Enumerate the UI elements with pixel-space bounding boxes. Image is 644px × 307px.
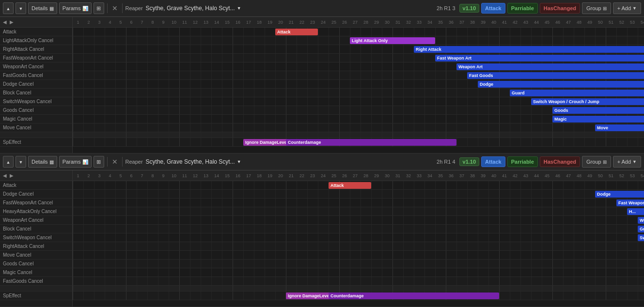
grid-line (329, 242, 329, 250)
block-rightattack-row2[interactable]: Right Attack (414, 46, 644, 53)
grid-line (520, 199, 521, 207)
grid-line (254, 89, 254, 97)
grid-line (531, 233, 532, 242)
timeline-scroll[interactable]: 1234567891011121314151617181920212223242… (73, 170, 644, 307)
collapse-up-btn[interactable] (3, 156, 14, 168)
grid-line (275, 106, 276, 114)
params-btn[interactable]: Params 📊 (59, 156, 92, 168)
details-btn[interactable]: Details ▦ (28, 156, 57, 168)
grid-line (520, 292, 521, 300)
grid-line (126, 207, 126, 215)
grid-line (435, 242, 436, 250)
grid-line (222, 181, 222, 189)
grid-line (158, 292, 158, 300)
block-dodge-row6[interactable]: Dodge (478, 81, 644, 88)
grid-line (499, 115, 500, 123)
layout-btn[interactable]: ⊞ (94, 156, 104, 168)
grid-line (201, 286, 201, 291)
block-magic-row10[interactable]: Magic (552, 116, 644, 123)
attack-tag[interactable]: Attack (481, 156, 505, 167)
frame-num-2: 2 (83, 173, 94, 178)
frame-num-47: 47 (563, 173, 574, 178)
animation-name[interactable]: Scythe, Grave Scythe, Halo Scyt... ▼ (146, 5, 435, 12)
block-counter-row13[interactable]: Counterdamage (329, 292, 499, 299)
close-btn[interactable]: ✕ (110, 158, 119, 166)
grid-line (126, 62, 126, 71)
grid-line (297, 216, 297, 224)
grid-line (499, 132, 500, 138)
grid-line (424, 260, 425, 268)
grid-line (265, 54, 265, 62)
block-dodge-row1[interactable]: Dodge (595, 191, 644, 198)
collapse-up-btn[interactable] (3, 2, 14, 14)
layout-btn[interactable]: ⊞ (94, 2, 104, 14)
grid-line (73, 28, 73, 36)
grid-line (350, 233, 350, 242)
next-frame-btn[interactable]: ▶ (9, 19, 15, 25)
grid-line (616, 251, 617, 259)
grid-line (83, 292, 84, 300)
block-counter-row13[interactable]: Counterdamage (286, 139, 456, 146)
grid-line (265, 233, 265, 242)
grid-line (382, 28, 382, 36)
block-guard-row7[interactable]: Guard (510, 90, 644, 96)
params-btn[interactable]: Params 📊 (59, 2, 92, 14)
parriable-tag[interactable]: Parriable (507, 3, 538, 14)
attack-tag[interactable]: Attack (481, 3, 505, 14)
haschanged-tag[interactable]: HasChanged (540, 156, 580, 167)
grid-line (361, 106, 361, 114)
add-btn[interactable]: + Add ▼ (613, 156, 641, 168)
grid-line (137, 292, 137, 300)
details-btn[interactable]: Details ▦ (28, 2, 57, 14)
block-weaponart-row4[interactable]: Weapon Art (456, 63, 644, 70)
track-row-0: Attack (73, 181, 644, 190)
grid-line (361, 115, 361, 123)
prev-frame-btn[interactable]: ◀ (2, 173, 8, 178)
block-switch-row8[interactable]: Switch Weapon / Crouch / Jump (531, 98, 644, 105)
block-move-row11[interactable]: Move (595, 124, 644, 131)
grid-line (94, 286, 94, 291)
row-label-13: SpEffect (0, 138, 72, 147)
grid-line (627, 292, 628, 300)
timeline-scroll[interactable]: 1234567891011121314151617181920212223242… (73, 17, 644, 153)
next-frame-btn[interactable]: ▶ (9, 173, 15, 178)
grid-line (126, 54, 126, 62)
block-fastweapon-row3[interactable]: Fast Weapon Art (435, 55, 644, 61)
block-fastgoods-row5[interactable]: Fast Goods (467, 72, 644, 79)
grid-line (297, 277, 297, 285)
grid-line (297, 123, 297, 132)
block-switch-row6[interactable]: Switch Weapon / Cro (638, 234, 644, 241)
grid-line (254, 45, 254, 53)
block-attack-row0[interactable]: Attack (329, 182, 371, 189)
block-weaponart-row4[interactable]: Weapon Art (638, 217, 644, 224)
close-btn[interactable]: ✕ (110, 4, 119, 12)
frame-num-38: 38 (467, 173, 478, 178)
haschanged-tag[interactable]: HasChanged (540, 3, 580, 14)
track-row-12 (73, 286, 644, 292)
grid-line (531, 199, 532, 207)
block-guard-row5[interactable]: Guard (638, 226, 644, 232)
collapse-down-btn[interactable] (16, 2, 26, 14)
grid-line (169, 132, 169, 138)
group-btn[interactable]: Group ⊞ (582, 2, 611, 14)
group-btn[interactable]: Group ⊞ (582, 156, 611, 168)
block-goods-row9[interactable]: Goods (552, 107, 644, 114)
block-attack-row0[interactable]: Attack (275, 29, 318, 35)
prev-frame-btn[interactable]: ◀ (2, 19, 8, 25)
grid-line (329, 54, 329, 62)
add-btn[interactable]: + Add ▼ (613, 2, 641, 14)
collapse-down-btn[interactable] (16, 156, 26, 168)
grid-line (265, 242, 265, 250)
grid-line (563, 277, 564, 285)
grid-line (616, 286, 617, 291)
grid-line (350, 54, 350, 62)
grid-line (94, 28, 94, 36)
grid-line (520, 225, 521, 233)
block-h-row3[interactable]: H... (627, 208, 644, 215)
grid-line (499, 97, 500, 106)
parriable-tag[interactable]: Parriable (507, 156, 538, 167)
animation-name[interactable]: Scythe, Grave Scythe, Halo Scyt... ▼ (146, 158, 435, 165)
block-fastweapon-row2[interactable]: Fast Weapon Art (616, 200, 644, 206)
grid-line (243, 190, 244, 198)
block-lightattack-row1[interactable]: Light Attack Only (350, 37, 435, 44)
